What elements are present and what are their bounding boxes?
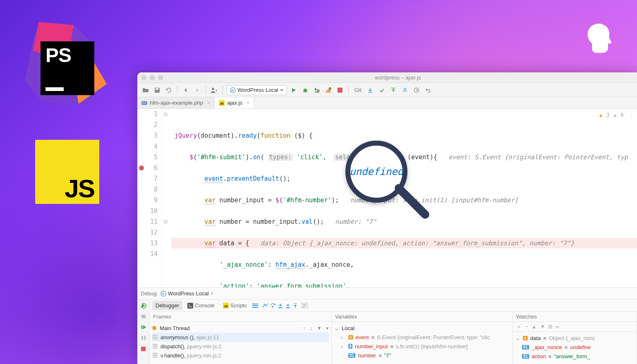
step-into-button[interactable]	[278, 303, 283, 309]
rerun-button[interactable]	[139, 301, 148, 310]
code-area[interactable]: ▲3 ▲6 〈 jQuery(document).ready(function …	[169, 109, 637, 287]
watch-row[interactable]: 01 action = "answer_form_	[515, 352, 634, 361]
show-execution-point-button[interactable]	[262, 303, 268, 309]
close-icon[interactable]: ×	[247, 100, 250, 106]
stack-frame[interactable]: dispatch(), jquery.min.js:2	[152, 342, 329, 351]
zoom-window-button[interactable]	[158, 75, 163, 80]
variable-row[interactable]: ›⦀ number_input = s.fn.init(1) [input#hf…	[334, 342, 510, 351]
line-number: 14	[137, 249, 158, 259]
remove-watch-button[interactable]: −	[525, 323, 528, 330]
profile-button[interactable]	[323, 85, 333, 95]
save-button[interactable]	[152, 85, 162, 95]
stack-frame[interactable]: v.handle(), jquery.min.js:2	[152, 351, 329, 360]
js-file-icon: JS	[219, 100, 225, 106]
watch-up-button[interactable]: ▲	[532, 323, 537, 330]
modify-run-button[interactable]	[139, 312, 148, 321]
svg-rect-30	[153, 344, 158, 345]
resume-button[interactable]	[139, 323, 148, 332]
scripts-tab[interactable]: JSScripts	[220, 301, 250, 310]
run-configuration-select[interactable]: WordPress Local	[226, 85, 287, 95]
watch-row[interactable]: 01 _ajax_nonce = undefine	[515, 342, 634, 352]
javascript-logo-text: JS	[65, 176, 94, 201]
js-file-icon: JS	[223, 303, 229, 309]
svg-rect-6	[326, 91, 327, 93]
svg-rect-10	[338, 88, 342, 93]
tab-hfm-ajax-example[interactable]: PHP hfm-ajax-example.php ×	[137, 97, 215, 108]
step-over-button[interactable]	[270, 303, 276, 309]
back-button[interactable]	[181, 85, 191, 95]
variables-title: Variables	[335, 314, 357, 320]
close-icon[interactable]: ×	[207, 100, 211, 106]
line-number: 10	[137, 206, 158, 216]
pause-button[interactable]	[139, 333, 148, 342]
watch-row[interactable]: ⌄≡ data = Object {_ajax_nonc	[515, 333, 634, 342]
svg-text:JS: JS	[220, 102, 224, 105]
svg-text:JS: JS	[224, 304, 228, 308]
run-configuration-label: WordPress Local	[237, 87, 278, 93]
debug-sidebar	[137, 299, 150, 364]
frames-menu-button[interactable]: ▾	[326, 325, 329, 331]
history-button[interactable]	[412, 85, 421, 95]
line-number: 13	[137, 238, 158, 249]
minimize-window-button[interactable]	[150, 75, 155, 80]
line-number: 11	[137, 216, 158, 227]
next-frame-button[interactable]: ↓	[310, 325, 313, 331]
open-file-button[interactable]	[141, 85, 151, 95]
git-push-button[interactable]	[388, 85, 398, 95]
rollback-button[interactable]	[423, 85, 433, 95]
breakpoint-icon[interactable]	[139, 165, 144, 170]
debug-config[interactable]: WordPress Local ×	[160, 290, 213, 297]
code-with-me-button[interactable]	[209, 85, 219, 95]
variable-row[interactable]: ›≡ event = S.Event {originalEvent: Point…	[334, 333, 510, 342]
frames-title: Frames	[153, 314, 171, 320]
close-window-button[interactable]	[141, 75, 146, 80]
forward-button[interactable]	[192, 85, 202, 95]
reload-button[interactable]	[164, 85, 174, 95]
run-button[interactable]	[289, 85, 299, 95]
add-watch-button[interactable]: ＋	[516, 323, 522, 330]
close-icon[interactable]: ×	[211, 290, 214, 297]
svg-point-3	[212, 88, 214, 90]
console-tab[interactable]: Console	[184, 301, 218, 310]
editor-tabs: PHP hfm-ajax-example.php × JS ajax.js ×	[137, 97, 637, 109]
debug-toolbar: Debugger Console JSScripts	[150, 299, 637, 312]
console-icon	[187, 303, 193, 309]
svg-rect-19	[144, 336, 146, 340]
git-update-button[interactable]	[400, 85, 410, 95]
svg-rect-18	[141, 336, 143, 340]
variable-row[interactable]: ›01 number = "7"	[334, 351, 510, 360]
run-to-cursor-button[interactable]	[292, 303, 298, 309]
debug-button[interactable]	[300, 85, 310, 95]
stop-debug-button[interactable]	[139, 344, 148, 353]
thread-row[interactable]: Main Thread ↑ ↓ ▼ ▾	[152, 323, 329, 333]
gutter: 1 2 3 4 5 6 7 8 9 10 11 12 13 14	[137, 109, 162, 287]
line-number: 9	[137, 195, 158, 206]
code-editor[interactable]: 1 2 3 4 5 6 7 8 9 10 11 12 13 14 ⊟⊟ ▲3 ▲…	[137, 109, 637, 287]
line-number: 1	[137, 109, 158, 120]
threads-button[interactable]	[252, 303, 259, 309]
wordpress-icon	[230, 87, 236, 93]
svg-rect-35	[153, 357, 158, 358]
tab-ajax-js[interactable]: JS ajax.js ×	[215, 97, 254, 108]
window-controls	[141, 75, 163, 80]
prev-frame-button[interactable]: ↑	[303, 325, 306, 331]
scope-row[interactable]: ⌄Local	[334, 323, 510, 333]
coverage-button[interactable]	[312, 85, 322, 95]
git-pull-button[interactable]	[365, 85, 375, 95]
phpstorm-logo-bar	[46, 87, 64, 91]
evaluate-expression-button[interactable]	[302, 303, 308, 308]
watch-down-button[interactable]: ▼	[540, 323, 545, 330]
stop-button[interactable]	[335, 85, 345, 95]
filter-frames-button[interactable]: ▼	[316, 325, 322, 331]
stack-frame[interactable]: anonymous (), ajax.js:11	[152, 333, 329, 342]
step-out-button[interactable]	[285, 303, 291, 309]
stack-frame-icon	[152, 352, 158, 358]
git-commit-button[interactable]	[377, 85, 387, 95]
show-watches-button[interactable]: ∞	[556, 323, 559, 330]
debugger-tab[interactable]: Debugger	[152, 301, 182, 310]
variables-panel: Variables ⌄Local ›≡ event = S.Event {ori…	[332, 312, 513, 364]
svg-point-9	[329, 87, 331, 90]
copy-watch-button[interactable]: ⧉	[548, 323, 552, 330]
chevron-down-icon	[280, 89, 283, 92]
inspection-badges[interactable]: ▲3 ▲6 〈	[599, 110, 633, 120]
